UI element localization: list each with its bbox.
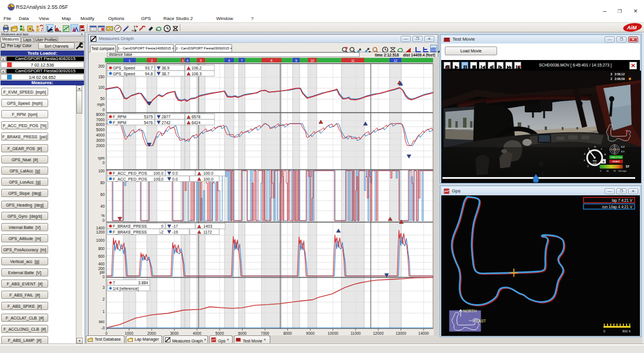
svg-text:rpm: rpm <box>98 156 105 161</box>
svg-text:0: 0 <box>603 329 605 333</box>
svg-text:AiM: AiM <box>626 25 637 31</box>
svg-text:3.884: 3.884 <box>138 281 148 285</box>
svg-text:GPS_Speed: GPS_Speed <box>113 66 135 71</box>
svg-text:50: 50 <box>100 96 105 101</box>
svg-text:10000: 10000 <box>328 331 338 335</box>
svg-text:EAST: EAST <box>476 319 486 323</box>
svg-text:-19: -19 <box>172 230 178 234</box>
svg-text:40: 40 <box>606 170 609 172</box>
svg-text:6000: 6000 <box>238 331 247 335</box>
svg-text:5000: 5000 <box>96 128 105 132</box>
svg-text:14000: 14000 <box>418 331 429 335</box>
svg-text:57: 57 <box>626 165 629 168</box>
svg-text:100: 100 <box>98 169 105 173</box>
svg-text:800 ft: 800 ft <box>622 329 630 333</box>
svg-text:0.0: 0.0 <box>172 177 178 181</box>
svg-text:F_RPM: F_RPM <box>113 121 126 125</box>
svg-text:-0: -0 <box>101 326 105 330</box>
svg-text:F_ACC_PED_POS: F_ACC_PED_POS <box>113 177 147 182</box>
svg-text:150: 150 <box>98 75 105 79</box>
svg-text:0: 0 <box>102 108 105 112</box>
svg-text:mph: mph <box>97 102 105 107</box>
svg-text:10: 10 <box>310 59 314 62</box>
svg-text:-2: -2 <box>160 230 163 234</box>
svg-text:0: 0 <box>600 170 601 172</box>
svg-text:8: 8 <box>270 59 272 62</box>
svg-text:0.1: 0.1 <box>621 150 625 153</box>
svg-text:1403: 1403 <box>203 224 212 228</box>
svg-text:106.3: 106.3 <box>192 72 202 76</box>
svg-text:lap 7 4:21 V: lap 7 4:21 V <box>612 198 632 203</box>
svg-text:1172: 1172 <box>203 230 212 234</box>
svg-text:6000: 6000 <box>96 122 105 126</box>
svg-text:94.8: 94.8 <box>145 72 153 76</box>
svg-text:38.7: 38.7 <box>162 72 169 76</box>
svg-text:6578: 6578 <box>192 115 200 119</box>
svg-text:4: 4 <box>186 59 188 62</box>
svg-text:a: a <box>29 26 31 31</box>
svg-text:60: 60 <box>100 192 105 197</box>
svg-text:1: 1 <box>102 309 105 314</box>
svg-text:7: 7 <box>113 281 115 285</box>
svg-text:0: 0 <box>102 161 105 165</box>
svg-text:run 1/lap 4 4:21 V: run 1/lap 4 4:21 V <box>602 205 633 209</box>
svg-text:%: % <box>101 214 105 218</box>
svg-text:12: 12 <box>394 59 397 62</box>
svg-text:0: 0 <box>161 224 163 228</box>
svg-text:2: 2 <box>102 297 105 301</box>
svg-text:BRAKE: BRAKE <box>612 161 620 163</box>
svg-text:6424: 6424 <box>192 121 200 125</box>
svg-text:3000: 3000 <box>170 331 179 335</box>
svg-text:5375: 5375 <box>144 115 153 119</box>
svg-text:9000: 9000 <box>306 331 315 335</box>
svg-text:4000: 4000 <box>96 133 105 137</box>
svg-text:2 2:06.59: 2 2:06.59 <box>611 77 625 81</box>
svg-text:2877: 2877 <box>162 115 170 119</box>
svg-text:2000: 2000 <box>147 331 156 335</box>
svg-text:1200: 1200 <box>96 230 105 234</box>
svg-text:F_RPM: F_RPM <box>113 115 126 119</box>
svg-text:1400: 1400 <box>96 226 105 230</box>
svg-text:100.0: 100.0 <box>153 177 163 181</box>
svg-text:150 mph: 150 mph <box>618 170 626 172</box>
svg-text:0: 0 <box>102 275 105 279</box>
svg-text:11000: 11000 <box>350 331 361 335</box>
svg-text:100: 100 <box>98 85 105 89</box>
svg-text:1000: 1000 <box>96 238 105 242</box>
svg-text:93.7: 93.7 <box>145 66 153 70</box>
svg-text:F_ACC_PED_POS: F_ACC_PED_POS <box>113 171 147 176</box>
svg-text:0: 0 <box>102 218 105 222</box>
svg-text:0.2: 0.2 <box>621 145 625 148</box>
svg-text:1/4 [reference]: 1/4 [reference] <box>113 287 139 291</box>
svg-text:400: 400 <box>98 262 105 266</box>
svg-text:5476: 5476 <box>144 121 153 125</box>
svg-text:NORTH: NORTH <box>463 309 477 313</box>
svg-text:2: 2 <box>151 59 153 62</box>
svg-text:13000: 13000 <box>395 331 406 335</box>
svg-text:0: 0 <box>105 331 108 335</box>
svg-text:106.2: 106.2 <box>192 66 202 70</box>
svg-text:7000: 7000 <box>96 118 105 122</box>
svg-text:11: 11 <box>351 59 355 62</box>
svg-text:8000: 8000 <box>96 112 105 116</box>
svg-text:100.0: 100.0 <box>203 171 213 175</box>
svg-text:7000: 7000 <box>261 331 270 335</box>
svg-text:36.9: 36.9 <box>162 66 169 70</box>
svg-text:F_BRAKE_PRESS: F_BRAKE_PRESS <box>113 230 147 235</box>
svg-text:THROTTLE: THROTTLE <box>611 156 622 159</box>
svg-text:5: 5 <box>200 59 202 62</box>
svg-text:3 2:56.12: 3 2:56.12 <box>611 72 625 76</box>
svg-text:GPS_Speed: GPS_Speed <box>113 72 135 76</box>
svg-text:800: 800 <box>98 247 105 251</box>
svg-text:4000: 4000 <box>193 331 202 335</box>
svg-text:1: 1 <box>129 59 130 62</box>
svg-text:12000: 12000 <box>373 331 384 335</box>
svg-text:100.0: 100.0 <box>153 171 163 175</box>
svg-text:2742: 2742 <box>162 121 170 125</box>
svg-text:3000: 3000 <box>96 138 105 142</box>
svg-text:psi: psi <box>100 270 105 275</box>
svg-text:-17: -17 <box>172 224 178 228</box>
svg-text:1000: 1000 <box>125 331 133 335</box>
svg-text:40: 40 <box>100 204 105 208</box>
svg-text:6: 6 <box>228 59 230 62</box>
